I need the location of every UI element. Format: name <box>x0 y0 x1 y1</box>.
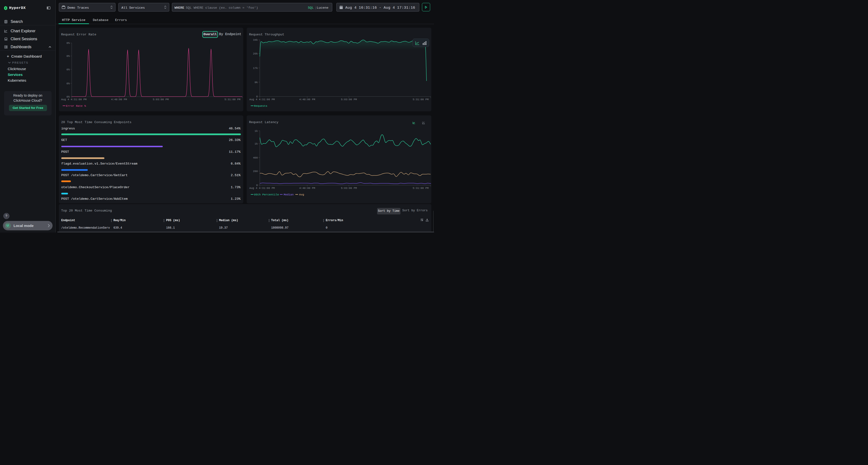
svg-text:200: 200 <box>253 170 258 173</box>
svg-text:0%: 0% <box>66 82 70 85</box>
svg-text:1k: 1k <box>255 142 258 145</box>
svg-text:9k: 9k <box>255 81 258 84</box>
svg-text:0%: 0% <box>66 42 70 44</box>
svg-text:0: 0 <box>256 184 258 187</box>
svg-text:0%: 0% <box>66 68 70 71</box>
svg-text:1k: 1k <box>255 130 258 133</box>
svg-text:17k: 17k <box>253 67 258 70</box>
svg-text:400: 400 <box>253 156 258 159</box>
svg-text:0%: 0% <box>66 55 70 58</box>
svg-text:26k: 26k <box>253 52 258 55</box>
svg-text:0: 0 <box>256 95 258 98</box>
svg-text:34k: 34k <box>253 38 258 41</box>
